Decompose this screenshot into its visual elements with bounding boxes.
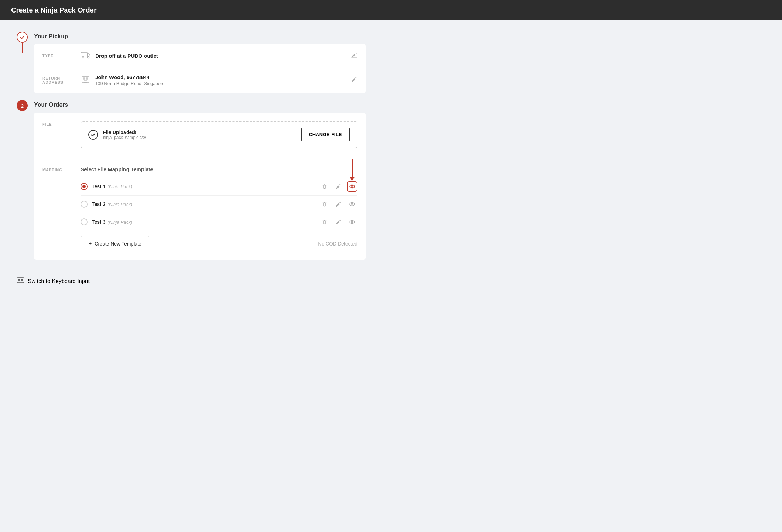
svg-rect-17 [19,279,20,280]
template-row: Test 1 (Ninja Pack) [81,178,357,196]
template1-actions [319,181,357,192]
template1-name: Test 1 [92,184,105,189]
svg-rect-22 [21,280,22,281]
type-row: TYPE Drop off at a PUDO outlet [34,44,366,67]
svg-point-10 [351,186,353,188]
template2-name: Test 2 [92,201,105,207]
no-cod-status: No COD Detected [318,241,357,247]
create-template-label: Create New Template [95,241,141,247]
file-uploaded-text: File Uploaded! [103,130,146,135]
return-edit-icon[interactable] [351,76,357,84]
svg-rect-21 [19,280,20,281]
file-info: File Uploaded! ninja_pack_sample.csv [88,130,146,140]
step2-title: Your Orders [34,101,366,108]
step1-card: TYPE Drop off at a PUDO outlet [34,44,366,93]
template1-edit-icon[interactable] [333,181,343,192]
svg-rect-19 [22,279,23,280]
return-address-row: RETURN ADDRESS John Wood, 66778844 [34,67,366,93]
svg-rect-7 [84,81,87,83]
template3-delete-icon[interactable] [319,217,329,227]
change-file-button[interactable]: CHANGE FILE [301,128,350,141]
template2-type: (Ninja Pack) [107,202,132,207]
template3-actions [319,217,357,227]
file-upload-area: File Uploaded! ninja_pack_sample.csv CHA… [81,121,357,148]
file-check-icon [88,130,98,140]
plus-icon: + [89,241,92,247]
file-section-label: FILE [42,121,81,126]
svg-point-1 [82,57,84,58]
type-value: Drop off at a PUDO outlet [95,53,347,59]
top-bar: Create a Ninja Pack Order [0,0,782,20]
template2-actions [319,199,357,209]
create-template-button[interactable]: + Create New Template [81,236,149,251]
svg-point-2 [88,57,89,58]
step1-title: Your Pickup [34,33,366,40]
step1-check-circle [17,32,28,43]
template1-type: (Ninja Pack) [107,184,132,189]
svg-rect-23 [22,280,23,281]
svg-rect-24 [19,282,22,282]
svg-rect-8 [351,82,357,82]
mapping-title: Select File Mapping Template [81,166,357,172]
template-list: Test 1 (Ninja Pack) [81,178,357,231]
template3-edit-icon[interactable] [333,217,343,227]
step2-number-circle: 2 [17,100,28,111]
truck-icon [81,51,90,60]
return-label: RETURN ADDRESS [42,76,81,84]
template2-view-icon[interactable] [347,199,357,209]
bottom-bar: Switch to Keyboard Input [0,271,782,291]
mapping-section-label: MAPPING [42,166,81,172]
switch-keyboard-label[interactable]: Switch to Keyboard Input [28,278,90,284]
template2-edit-icon[interactable] [333,199,343,209]
file-name: ninja_pack_sample.csv [103,135,146,140]
template-row: Test 2 (Ninja Pack) [81,196,357,213]
svg-rect-0 [81,52,87,57]
template3-radio[interactable] [81,218,88,225]
svg-rect-16 [18,279,19,280]
type-edit-icon[interactable] [351,52,357,60]
template3-name: Test 3 [92,219,105,225]
orders-card: FILE File Upl [34,113,366,260]
svg-rect-3 [351,57,357,58]
return-address: 109 North Bridge Road, Singapore [95,81,347,86]
template1-view-icon[interactable] [347,181,357,192]
svg-rect-4 [82,76,89,83]
page-title: Create a Ninja Pack Order [11,6,97,14]
template2-delete-icon[interactable] [319,199,329,209]
svg-rect-20 [18,280,19,281]
template1-delete-icon[interactable] [319,181,329,192]
svg-rect-6 [86,78,88,79]
step-connector-line [22,43,23,53]
svg-rect-5 [83,78,85,79]
svg-rect-18 [21,279,22,280]
type-label: TYPE [42,53,81,58]
building-icon [81,76,90,85]
template3-type: (Ninja Pack) [107,219,132,225]
svg-point-14 [351,221,353,223]
svg-point-12 [351,203,353,205]
bottom-action-row: + Create New Template No COD Detected [81,236,357,251]
template3-view-icon[interactable] [347,217,357,227]
return-name: John Wood, 66778844 [95,74,347,80]
template-row: Test 3 (Ninja Pack) [81,213,357,231]
keyboard-icon [17,277,24,285]
template2-radio[interactable] [81,201,88,208]
template1-radio[interactable] [81,183,88,190]
